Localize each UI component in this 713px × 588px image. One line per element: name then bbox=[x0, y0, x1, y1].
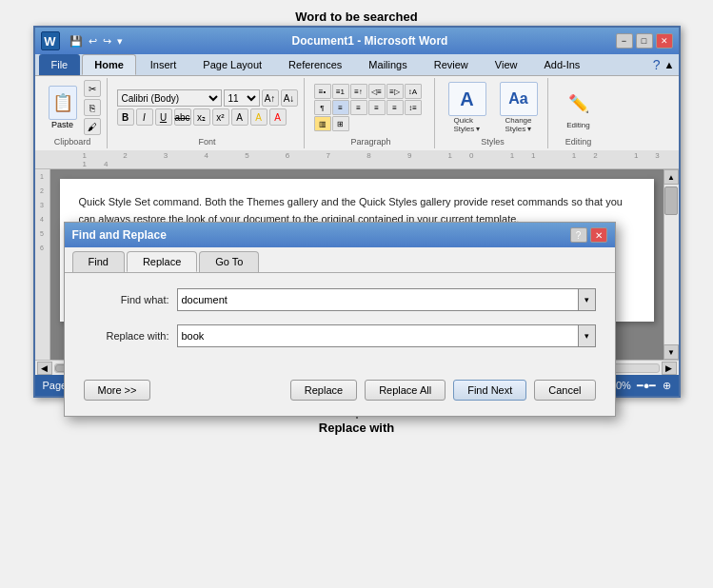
clipboard-label: Clipboard bbox=[54, 135, 91, 147]
tab-mailings[interactable]: Mailings bbox=[356, 54, 419, 75]
clipboard-group: 📋 Paste ✂ ⎘ 🖌 Clipboard bbox=[39, 78, 108, 148]
cancel-button[interactable]: Cancel bbox=[534, 380, 595, 401]
editing-btn[interactable]: ✏️ Editing bbox=[558, 85, 600, 131]
highlight-btn[interactable]: A bbox=[250, 108, 267, 126]
strikethrough-btn[interactable]: abc bbox=[174, 108, 191, 126]
tab-page-layout[interactable]: Page Layout bbox=[190, 54, 274, 75]
quick-styles-btn[interactable]: A QuickStyles ▾ bbox=[445, 80, 490, 135]
increase-font-btn[interactable]: A↑ bbox=[262, 89, 279, 107]
editing-icon: ✏️ bbox=[562, 87, 596, 121]
numbering-btn[interactable]: ≡1 bbox=[332, 84, 349, 99]
dialog-close-btn[interactable]: ✕ bbox=[590, 227, 607, 243]
quick-styles-label: QuickStyles ▾ bbox=[453, 116, 480, 133]
tab-review[interactable]: Review bbox=[422, 54, 481, 75]
scroll-right-btn[interactable]: ▶ bbox=[662, 362, 677, 375]
replace-with-field: Replace with: ▾ bbox=[84, 324, 596, 347]
paragraph-label: Paragraph bbox=[350, 135, 390, 147]
minimize-btn[interactable]: − bbox=[616, 33, 633, 49]
show-para-btn[interactable]: ¶ bbox=[314, 100, 331, 115]
scroll-down-btn[interactable]: ▼ bbox=[663, 344, 679, 360]
underline-btn[interactable]: U bbox=[155, 108, 172, 126]
change-styles-btn[interactable]: Aa ChangeStyles ▾ bbox=[496, 80, 542, 135]
word-window: W 💾 ↩ ↪ ▾ Document1 - Microsoft Word − □… bbox=[33, 26, 681, 398]
find-replace-dialog: Find and Replace ? ✕ Find Replace Go To bbox=[64, 222, 616, 417]
styles-group: A QuickStyles ▾ Aa ChangeStyles ▾ Styles bbox=[439, 78, 548, 148]
copy-btn[interactable]: ⎘ bbox=[84, 99, 101, 116]
align-left-btn[interactable]: ≡ bbox=[332, 100, 349, 115]
zoom-slider[interactable]: ━●━ bbox=[637, 380, 657, 392]
maximize-btn[interactable]: □ bbox=[636, 33, 653, 49]
more-button[interactable]: More >> bbox=[84, 380, 151, 401]
bold-btn[interactable]: B bbox=[117, 108, 134, 126]
bottom-annotation: Replace with bbox=[33, 421, 681, 435]
close-btn[interactable]: ✕ bbox=[656, 33, 673, 49]
help-icon[interactable]: ? bbox=[653, 57, 661, 72]
find-what-input-wrapper: ▾ bbox=[177, 288, 596, 311]
replace-with-input-wrapper: ▾ bbox=[177, 324, 596, 347]
justify-btn[interactable]: ≡ bbox=[386, 100, 404, 115]
find-what-field: Find what: ▾ bbox=[84, 288, 596, 311]
dialog-actions: More >> Replace Replace All Find Next Ca… bbox=[65, 376, 615, 416]
font-label: Font bbox=[198, 135, 215, 147]
ruler: 1 2 3 4 5 6 7 8 9 10 11 12 13 14 bbox=[35, 150, 679, 169]
editing-label: Editing bbox=[566, 121, 589, 129]
doc-content-area: 1 2 3 4 5 6 Quick Style Set command. Bot… bbox=[35, 169, 679, 360]
replace-with-input[interactable] bbox=[178, 327, 578, 344]
borders-btn[interactable]: ⊞ bbox=[332, 116, 349, 131]
subscript-btn[interactable]: x₂ bbox=[193, 108, 210, 126]
scroll-left-btn[interactable]: ◀ bbox=[37, 362, 52, 375]
tab-home[interactable]: Home bbox=[82, 54, 136, 75]
paste-button[interactable]: 📋 Paste bbox=[45, 84, 81, 131]
increase-indent-btn[interactable]: ≡▷ bbox=[386, 84, 404, 99]
font-color-btn[interactable]: A bbox=[269, 108, 287, 126]
tab-references[interactable]: References bbox=[276, 54, 354, 75]
v-scrollbar[interactable]: ▲ ▼ bbox=[663, 169, 679, 360]
paragraph-group: ≡• ≡1 ≡↑ ◁≡ ≡▷ ↕A ¶ ≡ ≡ ≡ ≡ ↕≡ ▥ ⊞ Parag… bbox=[308, 78, 435, 148]
font-name-select[interactable]: Calibri (Body) bbox=[117, 89, 222, 107]
qat-dropdown[interactable]: ▾ bbox=[115, 34, 125, 49]
undo-qat-btn[interactable]: ↩ bbox=[87, 34, 99, 49]
line-spacing-btn[interactable]: ↕≡ bbox=[405, 100, 422, 115]
tab-view[interactable]: View bbox=[483, 54, 530, 75]
text-effects-btn[interactable]: A bbox=[231, 108, 248, 126]
dialog-help-btn[interactable]: ? bbox=[570, 227, 587, 243]
find-what-dropdown[interactable]: ▾ bbox=[578, 289, 595, 310]
cut-btn[interactable]: ✂ bbox=[84, 80, 101, 97]
replace-with-dropdown[interactable]: ▾ bbox=[578, 325, 595, 346]
ribbon-tabs: File Home Insert Page Layout References … bbox=[35, 54, 679, 76]
tab-file[interactable]: File bbox=[39, 54, 81, 75]
change-styles-icon: Aa bbox=[500, 82, 538, 116]
scroll-thumb[interactable] bbox=[664, 186, 678, 215]
find-next-button[interactable]: Find Next bbox=[453, 380, 526, 401]
multilevel-btn[interactable]: ≡↑ bbox=[350, 84, 367, 99]
align-right-btn[interactable]: ≡ bbox=[368, 100, 386, 115]
ribbon-content: 📋 Paste ✂ ⎘ 🖌 Clipboard Calibri (Body) bbox=[35, 76, 679, 150]
format-painter-btn[interactable]: 🖌 bbox=[84, 118, 101, 135]
dialog-tab-find[interactable]: Find bbox=[72, 251, 125, 272]
v-ruler: 1 2 3 4 5 6 bbox=[35, 169, 50, 360]
font-size-select[interactable]: 11 bbox=[224, 89, 260, 107]
replace-with-label: Replace with: bbox=[84, 330, 169, 342]
replace-button[interactable]: Replace bbox=[290, 380, 357, 401]
replace-all-button[interactable]: Replace All bbox=[365, 380, 446, 401]
shading-btn[interactable]: ▥ bbox=[314, 116, 331, 131]
tab-addins[interactable]: Add-Ins bbox=[531, 54, 592, 75]
find-what-input[interactable] bbox=[178, 291, 578, 308]
bullets-btn[interactable]: ≡• bbox=[314, 84, 331, 99]
decrease-indent-btn[interactable]: ◁≡ bbox=[368, 84, 386, 99]
word-icon: W bbox=[41, 31, 60, 50]
decrease-font-btn[interactable]: A↓ bbox=[281, 89, 298, 107]
dialog-tab-goto[interactable]: Go To bbox=[199, 251, 259, 272]
window-title: Document1 - Microsoft Word bbox=[125, 34, 616, 48]
ribbon-collapse-icon[interactable]: ▲ bbox=[664, 59, 675, 70]
superscript-btn[interactable]: x² bbox=[212, 108, 229, 126]
italic-btn[interactable]: I bbox=[136, 108, 153, 126]
scroll-up-btn[interactable]: ▲ bbox=[663, 169, 679, 185]
dialog-tab-replace[interactable]: Replace bbox=[127, 251, 197, 272]
redo-qat-btn[interactable]: ↪ bbox=[101, 34, 113, 49]
align-center-btn[interactable]: ≡ bbox=[350, 100, 367, 115]
zoom-in-btn[interactable]: ⊕ bbox=[663, 380, 671, 392]
tab-insert[interactable]: Insert bbox=[138, 54, 189, 75]
sort-btn[interactable]: ↕A bbox=[405, 84, 422, 99]
save-qat-btn[interactable]: 💾 bbox=[68, 34, 85, 49]
